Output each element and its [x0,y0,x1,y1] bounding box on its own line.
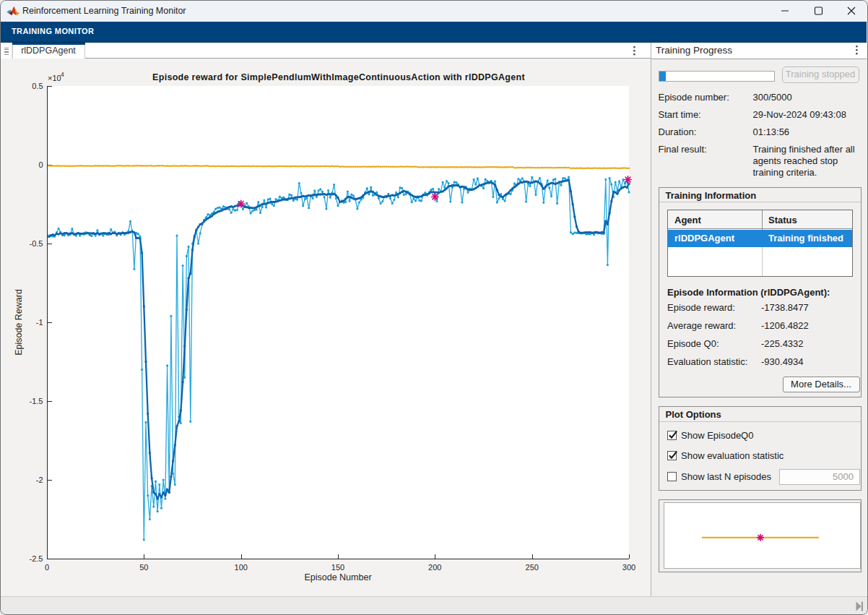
svg-text:50: 50 [139,563,148,572]
svg-text:-2: -2 [36,476,43,484]
svg-text:4: 4 [61,71,64,78]
svg-text:-1: -1 [36,318,43,327]
svg-text:-1.5: -1.5 [30,397,43,405]
svg-text:Episode Number: Episode Number [304,572,371,582]
svg-text:0: 0 [38,160,43,169]
svg-text:100: 100 [235,563,248,572]
svg-text:Episode Reward: Episode Reward [14,289,24,356]
svg-text:0: 0 [45,563,49,572]
svg-text:0.5: 0.5 [32,82,43,90]
svg-text:150: 150 [331,563,344,572]
svg-text:-0.5: -0.5 [30,239,43,248]
svg-text:Episode reward for SimplePendl: Episode reward for SimplePendlumWithImag… [152,72,525,82]
svg-text:×10: ×10 [48,74,61,82]
svg-text:200: 200 [428,563,441,572]
svg-text:250: 250 [526,563,539,572]
svg-text:300: 300 [622,563,635,572]
svg-text:-2.5: -2.5 [30,554,43,563]
